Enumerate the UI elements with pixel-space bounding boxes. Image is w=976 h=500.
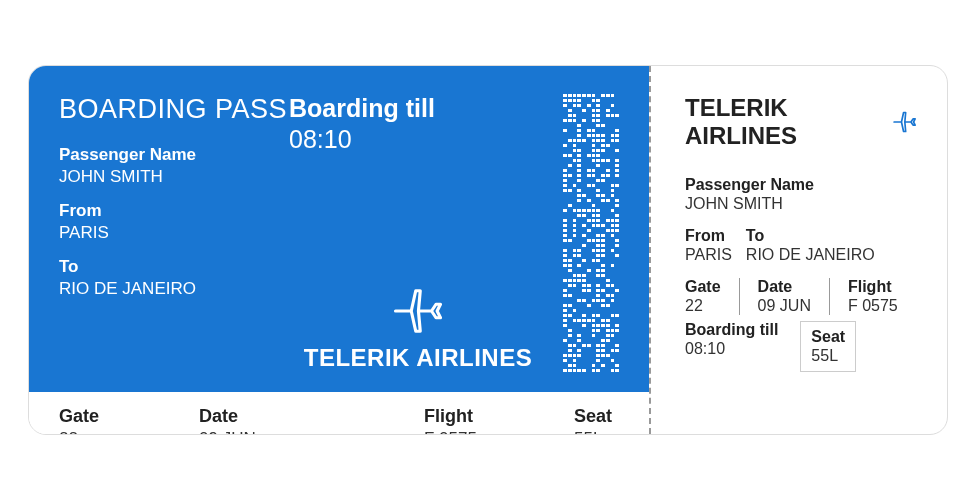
stub-boarding-value: 08:10: [685, 340, 778, 358]
stub-date-value: 09 JUN: [758, 297, 811, 315]
to-label: To: [59, 257, 289, 277]
stub-gate-field: Gate 22: [685, 278, 721, 315]
stub-seat-box: Seat 55L: [800, 321, 856, 372]
stub-to-label: To: [746, 227, 875, 245]
passenger-label: Passenger Name: [59, 145, 289, 165]
flight-field: Flight F 0575: [424, 406, 574, 435]
to-field: To RIO DE JANEIRO: [59, 257, 289, 299]
stub-passenger-field: Passenger Name JOHN SMITH: [685, 176, 917, 213]
stub-from-value: PARIS: [685, 246, 732, 264]
stub-seat-value: 55L: [811, 347, 845, 365]
main-bottom-panel: Gate 22 Date 09 JUN Flight F 0575 Seat 5…: [29, 392, 649, 435]
vertical-separator: [829, 278, 830, 315]
boarding-label: Boarding till: [289, 94, 547, 123]
from-label: From: [59, 201, 289, 221]
boarding-time: 08:10: [289, 125, 547, 154]
date-field: Date 09 JUN: [199, 406, 424, 435]
from-field: From PARIS: [59, 201, 289, 243]
gate-field: Gate 22: [59, 406, 199, 435]
main-top-panel: BOARDING PASS Passenger Name JOHN SMITH …: [29, 66, 649, 392]
stub-from-label: From: [685, 227, 732, 245]
main-left-column: BOARDING PASS Passenger Name JOHN SMITH …: [59, 94, 289, 372]
airline-name-main: TELERIK AIRLINES: [289, 344, 547, 372]
gate-label: Gate: [59, 406, 199, 427]
stub-from-field: From PARIS: [685, 227, 732, 264]
stub-date-field: Date 09 JUN: [758, 278, 811, 315]
airline-name-stub: TELERIK AIRLINES: [685, 94, 884, 150]
stub-gate-label: Gate: [685, 278, 721, 296]
airplane-icon: [892, 108, 917, 136]
passenger-field: Passenger Name JOHN SMITH: [59, 145, 289, 187]
boarding-pass: BOARDING PASS Passenger Name JOHN SMITH …: [28, 65, 948, 435]
stub-gate-value: 22: [685, 297, 721, 315]
stub-boarding-field: Boarding till 08:10: [685, 321, 778, 358]
stub-flight-field: Flight F 0575: [848, 278, 898, 315]
from-value: PARIS: [59, 223, 289, 243]
stub-flight-label: Flight: [848, 278, 898, 296]
barcode: [563, 94, 619, 372]
passenger-value: JOHN SMITH: [59, 167, 289, 187]
date-value: 09 JUN: [199, 429, 424, 435]
stub-date-label: Date: [758, 278, 811, 296]
seat-value: 55L: [574, 429, 612, 435]
seat-label: Seat: [574, 406, 612, 427]
stub-gate-date-flight-row: Gate 22 Date 09 JUN Flight F 0575: [685, 278, 917, 315]
main-section: BOARDING PASS Passenger Name JOHN SMITH …: [29, 66, 649, 434]
stub-to-field: To RIO DE JANEIRO: [746, 227, 875, 264]
stub-passenger-value: JOHN SMITH: [685, 195, 917, 213]
date-label: Date: [199, 406, 424, 427]
stub-bottom-row: Boarding till 08:10 Seat 55L: [685, 321, 917, 372]
stub-to-value: RIO DE JANEIRO: [746, 246, 875, 264]
stub-seat-label: Seat: [811, 328, 845, 346]
gate-value: 22: [59, 429, 199, 435]
boarding-pass-title: BOARDING PASS: [59, 94, 289, 125]
main-mid-column: Boarding till 08:10 TELERIK AIRLINES: [289, 94, 547, 372]
seat-field: Seat 55L: [574, 406, 612, 435]
airplane-icon: [391, 284, 445, 338]
stub-header: TELERIK AIRLINES: [685, 94, 917, 150]
flight-value: F 0575: [424, 429, 574, 435]
stub-boarding-label: Boarding till: [685, 321, 778, 339]
airline-brand: TELERIK AIRLINES: [289, 284, 547, 372]
flight-label: Flight: [424, 406, 574, 427]
stub-from-to-row: From PARIS To RIO DE JANEIRO: [685, 227, 917, 264]
stub-section: TELERIK AIRLINES Passenger Name JOHN SMI…: [651, 66, 947, 434]
to-value: RIO DE JANEIRO: [59, 279, 289, 299]
stub-passenger-label: Passenger Name: [685, 176, 917, 194]
vertical-separator: [739, 278, 740, 315]
stub-flight-value: F 0575: [848, 297, 898, 315]
